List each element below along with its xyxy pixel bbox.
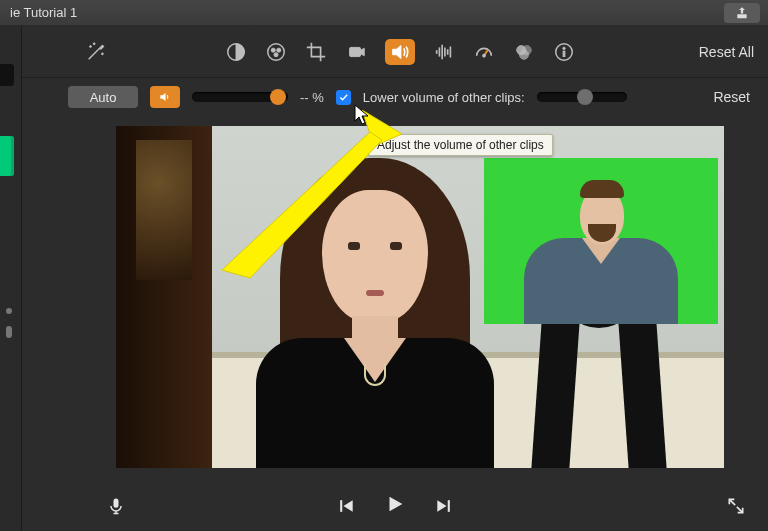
transport-bar	[22, 485, 768, 531]
volume-icon[interactable]	[385, 39, 415, 65]
svg-point-6	[277, 48, 281, 52]
voiceover-button[interactable]	[106, 496, 126, 516]
svg-point-2	[93, 42, 95, 44]
rail-marker	[6, 326, 12, 338]
clip-volume-slider[interactable]	[192, 88, 288, 106]
play-icon	[384, 493, 406, 515]
window-titlebar: ie Tutorial 1	[0, 0, 768, 26]
svg-rect-25	[114, 499, 119, 508]
svg-point-16	[483, 54, 486, 57]
svg-point-19	[519, 50, 528, 59]
skip-back-button[interactable]	[336, 496, 356, 516]
reset-button[interactable]: Reset	[713, 89, 750, 105]
microphone-icon	[106, 496, 126, 516]
enhance-icon[interactable]	[85, 41, 107, 63]
viewer-area: Adjust the volume of other clips	[22, 116, 768, 531]
info-icon[interactable]	[553, 41, 575, 63]
speed-icon[interactable]	[473, 41, 495, 63]
left-rail	[0, 26, 22, 531]
volume-percent-label: -- %	[300, 90, 324, 105]
crop-icon[interactable]	[305, 41, 327, 63]
check-icon	[338, 92, 349, 103]
svg-point-21	[563, 47, 565, 49]
video-frame-subject	[236, 148, 506, 468]
ducking-amount-slider[interactable]	[537, 88, 627, 106]
auto-button[interactable]: Auto	[68, 86, 138, 108]
fullscreen-button[interactable]	[726, 496, 746, 516]
lower-volume-checkbox[interactable]	[336, 90, 351, 105]
share-button[interactable]	[724, 3, 760, 23]
video-frame-cabinet	[116, 126, 212, 468]
svg-rect-8	[350, 47, 361, 56]
play-button[interactable]	[384, 493, 406, 519]
noise-reduction-icon[interactable]	[433, 41, 455, 63]
effects-icon[interactable]	[513, 41, 535, 63]
preview-viewer[interactable]: Adjust the volume of other clips	[116, 126, 724, 468]
tooltip: Adjust the volume of other clips	[368, 134, 553, 156]
svg-point-4	[268, 43, 285, 60]
svg-rect-26	[340, 500, 342, 512]
mute-button[interactable]	[150, 86, 180, 108]
svg-point-5	[271, 48, 275, 52]
svg-rect-27	[448, 500, 450, 512]
mouse-cursor	[354, 104, 370, 126]
skip-forward-button[interactable]	[434, 496, 454, 516]
color-wheel-icon[interactable]	[265, 41, 287, 63]
svg-point-1	[102, 52, 104, 54]
svg-point-0	[90, 45, 92, 47]
skip-forward-icon	[434, 496, 454, 516]
rail-tab-library[interactable]	[0, 64, 14, 86]
reset-all-button[interactable]: Reset All	[644, 44, 754, 60]
speaker-icon	[157, 90, 173, 104]
svg-rect-22	[563, 51, 565, 57]
stabilize-icon[interactable]	[345, 41, 367, 63]
svg-point-7	[274, 52, 278, 56]
adjust-toolbar: Reset All	[22, 26, 768, 78]
picture-in-picture-overlay[interactable]	[484, 158, 718, 324]
volume-controls-row: Auto -- % Lower volume of other clips: R…	[22, 78, 768, 116]
skip-back-icon	[336, 496, 356, 516]
window-title: ie Tutorial 1	[8, 5, 77, 20]
rail-tab-active[interactable]	[0, 136, 14, 176]
rail-marker	[6, 308, 12, 314]
share-icon	[734, 6, 750, 20]
fullscreen-icon	[726, 496, 746, 516]
color-balance-icon[interactable]	[225, 41, 247, 63]
lower-volume-label: Lower volume of other clips:	[363, 90, 525, 105]
